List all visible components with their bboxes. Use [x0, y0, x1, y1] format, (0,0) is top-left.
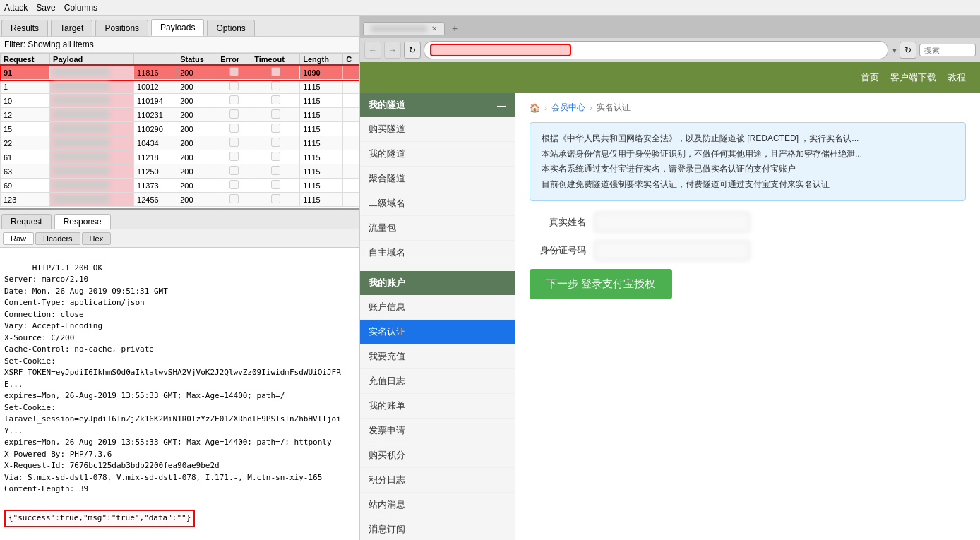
breadcrumb: 🏠 › 会员中心 › 实名认证: [530, 102, 966, 114]
format-raw[interactable]: Raw: [3, 232, 34, 245]
col-length[interactable]: Length: [300, 54, 343, 66]
reload-button[interactable]: ↻: [900, 42, 916, 59]
nav-tutorial[interactable]: 教程: [948, 71, 966, 84]
table-row[interactable]: 1100122001115: [1, 80, 359, 94]
cell-c: [343, 66, 359, 80]
tab-options[interactable]: Options: [207, 20, 254, 36]
cell-payload: [50, 122, 134, 136]
sidebar-item-subdomain[interactable]: 二级域名: [360, 191, 515, 216]
cell-payload: [50, 136, 134, 150]
browser-search-input[interactable]: [919, 44, 976, 56]
cell-error: [217, 80, 251, 94]
new-tab-button[interactable]: +: [448, 21, 462, 35]
cell-request: 10: [1, 94, 50, 108]
col-timeout[interactable]: Timeout: [251, 54, 300, 66]
sidebar-item-aggregate-tunnel[interactable]: 聚合隧道: [360, 167, 515, 191]
cell-payload: [50, 150, 134, 164]
sidebar-item-messages[interactable]: 站内消息: [360, 493, 515, 517]
sidebar-item-real-name[interactable]: 实名认证: [360, 320, 515, 344]
tab-request[interactable]: Request: [1, 214, 52, 229]
sidebar-section1-title: 我的隧道: [369, 99, 405, 112]
cell-status: 200: [177, 66, 217, 80]
sidebar-section2-title: 我的账户: [369, 277, 405, 288]
cell-length: 1115: [300, 80, 343, 94]
cell-length: 1115: [300, 193, 343, 207]
form-id-input[interactable]: [594, 241, 750, 260]
cell-timeout: [251, 80, 300, 94]
cell-size: 12456: [134, 193, 177, 207]
nav-home[interactable]: 首页: [861, 71, 879, 84]
table-row[interactable]: 121102312001115: [1, 108, 359, 122]
refresh-button[interactable]: ↻: [404, 42, 421, 59]
tab-response[interactable]: Response: [54, 214, 111, 229]
table-row[interactable]: 22104342001115: [1, 136, 359, 150]
tab-target[interactable]: Target: [51, 20, 92, 36]
col-status[interactable]: Status: [177, 54, 217, 66]
table-row[interactable]: 63112502001115: [1, 164, 359, 179]
forward-button[interactable]: →: [384, 42, 401, 59]
sidebar-item-invoice[interactable]: 发票申请: [360, 419, 515, 443]
col-payload[interactable]: Payload: [50, 54, 134, 66]
submit-button[interactable]: 下一步 登录支付宝授权: [530, 269, 672, 299]
cell-error: [217, 66, 251, 80]
menu-attack[interactable]: Attack: [4, 3, 28, 13]
sidebar-minimize-icon[interactable]: —: [497, 100, 506, 111]
sidebar-item-recharge[interactable]: 我要充值: [360, 344, 515, 369]
breadcrumb-home-icon[interactable]: 🏠: [530, 103, 540, 113]
table-row[interactable]: 61112182001115: [1, 150, 359, 164]
sidebar-item-points-log[interactable]: 积分日志: [360, 468, 515, 493]
browser-tab[interactable]: ✕: [363, 22, 445, 35]
tab-positions[interactable]: Positions: [95, 20, 148, 36]
response-body: HTTP/1.1 200 OK Server: marco/2.10 Date:…: [0, 248, 359, 540]
menu-bar: Attack Save Columns: [0, 0, 980, 16]
col-request[interactable]: Request: [1, 54, 50, 66]
tab-payloads[interactable]: Payloads: [151, 19, 204, 36]
format-headers[interactable]: Headers: [35, 232, 80, 245]
cell-length: 1115: [300, 136, 343, 150]
sidebar-item-buy-tunnel[interactable]: 购买隧道: [360, 117, 515, 142]
browser-tabs-bar: ✕ +: [360, 16, 980, 38]
cell-timeout: [251, 164, 300, 179]
req-res-tabs: Request Response: [0, 210, 359, 229]
table-row[interactable]: 91118162001090: [1, 66, 359, 80]
tab-results[interactable]: Results: [1, 20, 48, 36]
sidebar-item-custom-domain[interactable]: 自主域名: [360, 241, 515, 265]
form-name-input[interactable]: [594, 212, 750, 232]
table-row[interactable]: 101101942001115: [1, 94, 359, 108]
col-c[interactable]: C: [343, 54, 359, 66]
url-bar-highlighted: [430, 44, 571, 56]
left-panel: Results Target Positions Payloads Option…: [0, 16, 360, 540]
results-table: Request Payload Status Error Timeout Len…: [0, 53, 359, 207]
results-table-container: Request Payload Status Error Timeout Len…: [0, 53, 359, 208]
col-error[interactable]: Error: [217, 54, 251, 66]
sidebar-item-bill[interactable]: 我的账单: [360, 394, 515, 419]
table-row[interactable]: 69113732001115: [1, 179, 359, 193]
tab-close-button[interactable]: ✕: [431, 25, 437, 32]
menu-save[interactable]: Save: [36, 3, 55, 13]
table-row[interactable]: 123124562001115: [1, 193, 359, 207]
sidebar-item-subscribe[interactable]: 消息订阅: [360, 517, 515, 540]
sidebar-item-account-info[interactable]: 账户信息: [360, 295, 515, 320]
breadcrumb-real-name: 实名认证: [597, 102, 631, 114]
menu-columns[interactable]: Columns: [64, 3, 97, 13]
back-button[interactable]: ←: [364, 42, 381, 59]
cell-payload: [50, 80, 134, 94]
cell-status: 200: [177, 179, 217, 193]
nav-download[interactable]: 客户端下载: [890, 71, 936, 84]
cell-error: [217, 136, 251, 150]
cell-timeout: [251, 94, 300, 108]
breadcrumb-member-center[interactable]: 会员中心: [551, 102, 585, 114]
sidebar-item-my-tunnel[interactable]: 我的隧道: [360, 142, 515, 167]
format-hex[interactable]: Hex: [82, 232, 112, 245]
table-row[interactable]: 151102902001115: [1, 122, 359, 136]
sidebar-item-recharge-log[interactable]: 充值日志: [360, 369, 515, 394]
cell-length: 1090: [300, 66, 343, 80]
cell-size: 110194: [134, 94, 177, 108]
cell-size: 110231: [134, 108, 177, 122]
sidebar-item-buy-points[interactable]: 购买积分: [360, 443, 515, 468]
cell-status: 200: [177, 164, 217, 179]
cell-timeout: [251, 122, 300, 136]
site-header: 首页 客户端下载 教程: [360, 62, 980, 93]
cell-error: [217, 122, 251, 136]
sidebar-item-traffic[interactable]: 流量包: [360, 216, 515, 241]
